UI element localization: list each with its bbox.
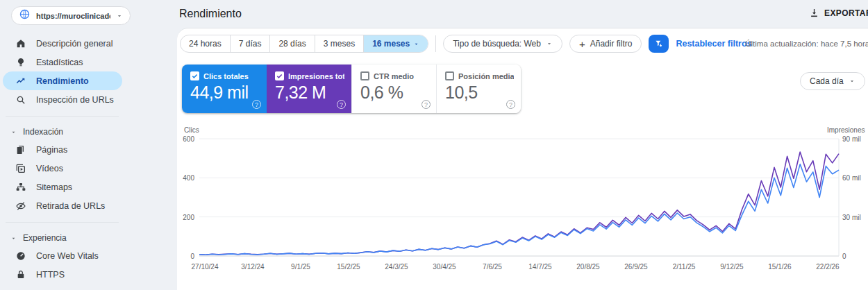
chart-canvas (199, 131, 839, 267)
sidebar-item-label: Estadísticas (36, 58, 83, 67)
add-filter-button[interactable]: + Añadir filtro (569, 35, 642, 53)
granularity-dropdown[interactable]: Cada día (800, 72, 865, 90)
page-header: Rendimiento EXPORTAR (0, 0, 868, 28)
left-axis-tick: 0 (190, 253, 194, 260)
help-icon[interactable]: ? (252, 100, 261, 109)
home-icon (15, 38, 27, 49)
sidebar-item-core-web-vitals[interactable]: Core Web Vitals (0, 246, 177, 265)
metric-card-label: CTR medio (374, 72, 414, 80)
caret-down-icon (10, 129, 17, 135)
sidebar-item-label: Descripción general (36, 39, 112, 49)
date-range-group: 24 horas7 días28 días3 meses16 meses (180, 35, 428, 53)
date-range-chip-label: 24 horas (189, 39, 222, 49)
sidebar-divider (6, 116, 119, 117)
metric-card-value: 0,6 % (360, 83, 429, 103)
right-axis-tick: 60 mil (842, 174, 861, 182)
sidebar-item-v-deos[interactable]: Vídeos (0, 159, 177, 178)
left-axis-title: Clics (184, 126, 199, 134)
sidebar-section-experiencia[interactable]: Experiencia (0, 230, 177, 246)
sidebar-item-label: Rendimiento (36, 76, 89, 86)
sidebar-item-label: Páginas (36, 145, 67, 155)
sidebar-item-rendimiento[interactable]: Rendimiento (0, 71, 177, 90)
search-type-dropdown[interactable]: Tipo de búsqueda: Web (443, 35, 562, 53)
export-label: EXPORTAR (824, 8, 868, 18)
date-range-chip-7-d-as[interactable]: 7 días (231, 35, 271, 52)
search-type-label: Tipo de búsqueda: Web (453, 39, 541, 49)
metric-card-label: Clics totales (203, 72, 249, 80)
date-range-chip-label: 16 meses (372, 39, 410, 49)
series-line-impressions (199, 152, 839, 255)
x-axis-label: 15/1/26 (768, 263, 791, 271)
checkbox-checked-icon[interactable] (190, 71, 199, 80)
sidebar-section-indexación[interactable]: Indexación (0, 123, 177, 140)
sidebar-section-label: Experiencia (23, 233, 67, 243)
core-web-vitals-icon (15, 250, 27, 262)
lightbulb-icon (15, 57, 27, 68)
sitemap-icon (15, 182, 27, 193)
pages-icon (15, 144, 27, 155)
filter-bar: 24 horas7 días28 días3 meses16 meses Tip… (180, 35, 752, 53)
sidebar-item-label: Vídeos (36, 164, 63, 173)
performance-icon (15, 76, 27, 87)
sidebar-item-label: Retirada de URLs (36, 201, 105, 211)
date-range-chip-28-d-as[interactable]: 28 días (270, 35, 315, 52)
sidebar-item-retirada-de-urls[interactable]: Retirada de URLs (0, 196, 177, 215)
reset-filters-link[interactable]: Restablecer filtros (676, 39, 751, 49)
sidebar-item-label: Inspección de URLs (36, 95, 114, 105)
x-axis-label: 14/7/25 (528, 263, 551, 271)
lock-icon (15, 269, 27, 280)
date-range-chip-label: 7 días (239, 39, 262, 49)
sidebar-item-estad-sticas[interactable]: Estadísticas (0, 53, 177, 71)
sidebar-item-label: Core Web Vitals (36, 251, 99, 261)
help-icon[interactable]: ? (506, 100, 515, 109)
x-axis-label: 26/9/25 (624, 263, 647, 271)
x-axis-label: 30/4/25 (433, 263, 456, 271)
metric-card-clicks[interactable]: Clics totales44,9 mil? (182, 65, 267, 113)
sidebar-item-p-ginas[interactable]: Páginas (0, 140, 177, 159)
checkbox-unchecked-icon[interactable] (445, 71, 454, 80)
funnel-icon (654, 39, 664, 49)
main-panel: 24 horas7 días28 días3 meses16 meses Tip… (177, 28, 868, 290)
sidebar-item-sitemaps[interactable]: Sitemaps (0, 178, 177, 196)
page-title: Rendimiento (179, 8, 242, 20)
sidebar-section-label: Indexación (23, 127, 63, 137)
filter-divider (435, 35, 436, 52)
sidebar-item-descripci-n-general[interactable]: Descripción general (0, 34, 177, 53)
performance-chart[interactable]: 600400200090 mil60 mil30 mil027/10/243/1… (199, 131, 839, 267)
video-icon (15, 163, 27, 174)
sidebar-item-https[interactable]: HTTPS (0, 265, 177, 284)
metric-card-value: 10,5 (445, 83, 514, 103)
granularity-label: Cada día (810, 76, 844, 86)
checkbox-unchecked-icon[interactable] (360, 71, 369, 80)
plus-icon: + (579, 39, 585, 49)
sidebar-menu: Descripción generalEstadísticasRendimien… (0, 34, 177, 290)
metric-card-label: Impresiones total... (288, 72, 344, 80)
x-axis-label: 7/6/25 (483, 263, 502, 271)
x-axis-label: 9/12/25 (720, 263, 743, 271)
metric-card-value: 44,9 mil (190, 83, 260, 103)
date-range-chip-16-meses[interactable]: 16 meses (364, 35, 428, 52)
metric-card-label: Posición media (458, 72, 514, 80)
sidebar-item-inspecci-n-de-urls[interactable]: Inspección de URLs (0, 90, 177, 109)
date-range-chip-24-horas[interactable]: 24 horas (181, 35, 231, 52)
x-axis-label: 22/2/26 (816, 263, 839, 271)
metric-card-position[interactable]: Posición media10,5? (436, 65, 521, 113)
last-update-text: Última actualización: hace 7,5 horas (745, 40, 868, 48)
export-button[interactable]: EXPORTAR (809, 8, 868, 18)
help-icon[interactable]: ? (422, 100, 431, 109)
help-icon[interactable]: ? (337, 100, 346, 109)
search-console-performance-page: https://muroclinicadent... Descripción g… (0, 0, 868, 290)
metric-card-ctr[interactable]: CTR medio0,6 %? (351, 65, 436, 113)
x-axis-label: 2/11/25 (673, 263, 696, 271)
chevron-down-icon (413, 41, 419, 47)
x-axis-label: 3/12/24 (241, 263, 264, 271)
filter-toggle-button[interactable] (649, 35, 669, 53)
checkbox-checked-icon[interactable] (275, 71, 284, 80)
date-range-chip-3-meses[interactable]: 3 meses (315, 35, 364, 52)
x-axis-label: 15/2/25 (337, 263, 360, 271)
x-axis-label: 27/10/24 (192, 263, 219, 271)
metric-card-impressions[interactable]: Impresiones total...7,32 M? (267, 65, 351, 113)
left-axis-tick: 400 (183, 174, 194, 182)
chevron-down-icon (849, 78, 856, 85)
x-axis-label: 24/3/25 (385, 263, 408, 271)
